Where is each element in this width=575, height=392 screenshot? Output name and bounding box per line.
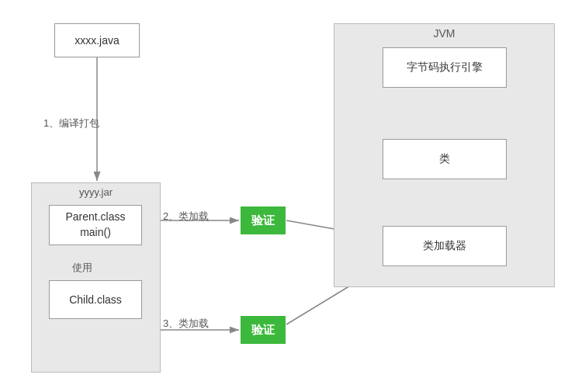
xxxx-java-box: xxxx.java	[54, 23, 140, 57]
jar-label: yyyy.jar	[79, 186, 113, 198]
load1-label: 2、类加载	[163, 210, 209, 224]
child-class-label: Child.class	[69, 293, 122, 306]
jar-container: yyyy.jar Parent.class main() 使用 Child.cl…	[31, 182, 161, 373]
jvm-container: JVM 字节码执行引擎 类 类加载器	[334, 23, 555, 287]
parent-class-label: Parent.class main()	[50, 210, 141, 240]
jvm-label: JVM	[434, 27, 455, 40]
bytecode-engine-box: 字节码执行引擎	[383, 47, 507, 88]
verify1-box: 验证	[241, 206, 286, 234]
verify2-box: 验证	[241, 316, 286, 344]
compile-label: 1、编译打包	[43, 116, 99, 130]
child-class-box: Child.class	[49, 280, 142, 319]
diagram-container: xxxx.java 1、编译打包 yyyy.jar Parent.class m…	[0, 0, 575, 392]
class-loader-box: 类加载器	[383, 226, 507, 266]
load2-label: 3、类加载	[163, 317, 209, 331]
parent-class-box: Parent.class main()	[49, 205, 142, 245]
use-label: 使用	[72, 261, 92, 275]
class-box: 类	[383, 139, 507, 179]
